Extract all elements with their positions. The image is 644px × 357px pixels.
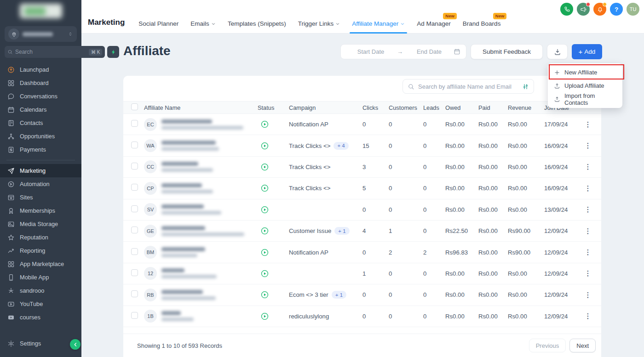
avatar[interactable]: TU (627, 3, 639, 16)
download-button[interactable] (547, 44, 568, 59)
add-button[interactable]: + Add (572, 44, 602, 59)
sidebar-item-reputation[interactable]: Reputation (0, 231, 81, 244)
sidebar-item-mobile-app[interactable]: Mobile App (0, 271, 81, 284)
sidebar-item-contacts[interactable]: Contacts (0, 116, 81, 130)
column-header-clicks[interactable]: Clicks (362, 104, 389, 111)
column-header-customers[interactable]: Customers (389, 104, 423, 111)
leads-cell: 0 (423, 206, 445, 213)
sidebar-item-sites[interactable]: Sites (0, 191, 81, 204)
column-header-owed[interactable]: Owed (445, 104, 478, 111)
table-row[interactable]: BMNotification AP022Rs96.83Rs0.00Rs90.00… (123, 242, 601, 263)
sidebar-item-dashboard[interactable]: Dashboard (0, 76, 81, 90)
sidebar-item-launchpad[interactable]: Launchpad (0, 63, 81, 76)
sidebar-item-conversations[interactable]: Conversations (0, 90, 81, 103)
sidebar-item-media-storage[interactable]: Media Storage (0, 217, 81, 231)
row-menu-button[interactable]: ⋮ (584, 184, 592, 193)
account-switcher[interactable] (5, 26, 77, 42)
tab-trigger-links[interactable]: Trigger Links (298, 20, 340, 27)
column-header-revenue[interactable]: Revenue (508, 104, 544, 111)
ai-spark-button[interactable] (107, 46, 119, 58)
table-row[interactable]: RBEcom <> 3 tier+ 1000Rs0.00Rs0.00Rs0.00… (123, 284, 601, 306)
row-menu-button[interactable]: ⋮ (584, 120, 592, 129)
column-header-leads[interactable]: Leads (423, 104, 445, 111)
avatar: SV (144, 203, 157, 216)
next-button[interactable]: Next (569, 339, 596, 352)
tab-ad-manager[interactable]: NewAd Manager (417, 20, 451, 27)
clicks-cell: 5 (362, 185, 389, 192)
table-row[interactable]: CPTrack Clicks <>500Rs0.00Rs0.00Rs0.0016… (123, 178, 601, 199)
submit-feedback-button[interactable]: Submit Feedback (471, 44, 543, 59)
affiliate-search-input[interactable] (418, 83, 518, 90)
sidebar-item-sandrooo[interactable]: sandrooo (0, 284, 81, 297)
start-date-field[interactable]: Start Date (346, 48, 395, 55)
sidebar-item-automation[interactable]: Automation (0, 177, 81, 191)
select-all-checkbox[interactable] (131, 103, 138, 110)
column-header-status[interactable]: Status (258, 104, 289, 111)
sidebar-search-input[interactable] (15, 49, 86, 55)
sidebar-item-reporting[interactable]: Reporting (0, 244, 81, 257)
avatar: CC (144, 160, 157, 173)
row-checkbox[interactable] (131, 120, 138, 127)
tab-templates-snippets[interactable]: Templates (Snippets) (228, 20, 286, 27)
email-redacted (161, 232, 244, 236)
row-menu-button[interactable]: ⋮ (584, 291, 592, 299)
sidebar-item-settings[interactable]: Settings (0, 337, 81, 350)
module-title: Marketing (88, 18, 125, 27)
previous-button[interactable]: Previous (529, 339, 566, 352)
table-row[interactable]: GECustomer Issue+ 1410Rs22.50Rs0.00Rs90.… (123, 221, 601, 242)
row-checkbox[interactable] (131, 227, 138, 233)
sidebar-item-courses[interactable]: courses (0, 311, 81, 324)
row-checkbox[interactable] (131, 142, 138, 148)
row-menu-button[interactable]: ⋮ (584, 312, 592, 320)
row-menu-button[interactable]: ⋮ (584, 227, 592, 235)
column-header-campaign[interactable]: Campaign (289, 104, 362, 111)
sidebar-item-memberships[interactable]: Memberships (0, 204, 81, 217)
phone-button[interactable] (560, 3, 573, 16)
end-date-field[interactable]: End Date (405, 48, 454, 55)
affiliate-search[interactable] (402, 79, 534, 94)
tab-social-planner[interactable]: Social Planner (138, 20, 178, 27)
sidebar-search[interactable]: ⌘ K (5, 46, 105, 58)
table-row[interactable]: ECNotification AP000Rs0.00Rs0.00Rs0.0017… (123, 114, 601, 135)
sidebar-item-payments[interactable]: Payments (0, 143, 81, 156)
table-row[interactable]: CCTrack Clicks <>300Rs0.00Rs0.00Rs0.0016… (123, 157, 601, 178)
sidebar-collapse-button[interactable] (70, 339, 80, 350)
sidebar-item-marketing[interactable]: Marketing (0, 164, 81, 177)
sandrooo-icon (7, 287, 15, 295)
megaphone-button[interactable] (577, 3, 590, 16)
email-redacted (161, 126, 243, 130)
bell-button[interactable] (593, 3, 606, 16)
table-row[interactable]: SV000Rs0.00Rs0.00Rs0.0013/09/24⋮ (123, 199, 601, 221)
row-checkbox[interactable] (131, 312, 138, 319)
menu-item-upload-affiliate[interactable]: Upload Affiliate (548, 79, 622, 92)
column-header-paid[interactable]: Paid (478, 104, 508, 111)
row-checkbox[interactable] (131, 205, 138, 212)
tab-affiliate-manager[interactable]: Affiliate Manager (352, 20, 405, 27)
date-range-picker[interactable]: Start Date → End Date (340, 44, 466, 59)
sidebar-item-calendars[interactable]: Calendars (0, 103, 81, 116)
sidebar-item-app-marketplace[interactable]: App Marketplace (0, 257, 81, 271)
tab-emails[interactable]: Emails (190, 20, 216, 27)
row-checkbox[interactable] (131, 269, 138, 276)
sidebar-item-youtube[interactable]: YouTube (0, 297, 81, 311)
row-menu-button[interactable]: ⋮ (584, 248, 592, 256)
sidebar-item-opportunities[interactable]: Opportunities (0, 130, 81, 143)
table-row[interactable]: WATrack Clicks <>+ 41500Rs0.00Rs0.00Rs0.… (123, 135, 601, 156)
table-row[interactable]: 1Brediculuslylong000Rs0.00Rs0.00Rs0.0012… (123, 306, 601, 327)
row-menu-button[interactable]: ⋮ (584, 269, 592, 278)
tab-brand-boards[interactable]: NewBrand Boards (463, 20, 501, 27)
row-menu-button[interactable]: ⋮ (584, 163, 592, 171)
column-header-affiliate-name[interactable]: Affiliate Name (144, 104, 258, 111)
table-row[interactable]: 12100Rs0.00Rs0.00Rs0.0012/09/24⋮ (123, 263, 601, 284)
row-checkbox[interactable] (131, 248, 138, 255)
row-checkbox[interactable] (131, 290, 138, 297)
row-menu-button[interactable]: ⋮ (584, 205, 592, 214)
row-checkbox[interactable] (131, 184, 138, 191)
status-active-icon (258, 227, 289, 235)
menu-item-import-from-contacts[interactable]: Import from Contacts (548, 92, 622, 106)
help-button[interactable]: ? (610, 3, 623, 16)
email-redacted (161, 168, 213, 172)
filter-sliders-icon[interactable] (522, 83, 529, 90)
row-checkbox[interactable] (131, 163, 138, 170)
row-menu-button[interactable]: ⋮ (584, 142, 592, 150)
